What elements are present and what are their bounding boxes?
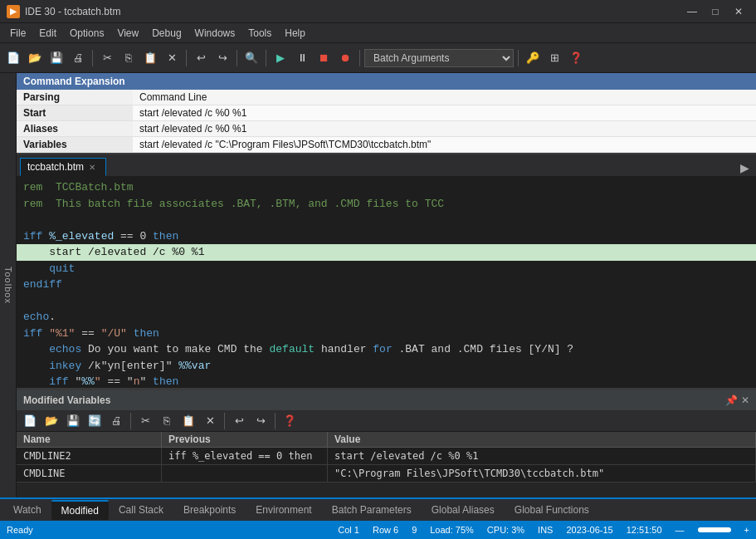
copy-button[interactable]: ⎘: [119, 48, 139, 68]
menu-tools[interactable]: Tools: [241, 24, 278, 42]
bp-open-button[interactable]: 📂: [41, 411, 61, 431]
menu-edit[interactable]: Edit: [32, 24, 63, 42]
code-line: rem This batch file associates .BAT, .BT…: [17, 196, 756, 213]
sep6: [518, 50, 519, 66]
row-value-aliases: start /elevated /c %0 %1: [133, 121, 756, 137]
close-button[interactable]: ✕: [728, 3, 749, 20]
cell-value-cmdline2: start /elevated /c %0 %1: [328, 448, 756, 464]
toolbox-sidebar[interactable]: Toolbox: [0, 73, 17, 497]
menu-windows[interactable]: Windows: [188, 24, 242, 42]
save-button[interactable]: 💾: [46, 48, 66, 68]
cut-button[interactable]: ✂: [97, 48, 117, 68]
bp-redo-button[interactable]: ↪: [251, 411, 271, 431]
code-line: rem TCCBatch.btm: [17, 179, 756, 196]
undo-button[interactable]: ↩: [191, 48, 211, 68]
table-row: CMDLINE "C:\Program Files\JPSoft\TCMD30\…: [17, 465, 756, 483]
bp-print-button[interactable]: 🖨: [106, 411, 126, 431]
bottom-panel: Modified Variables 📌 ✕ 📄 📂 💾 🔄 🖨 ✂ ⎘ 📋 ✕…: [17, 390, 756, 497]
menu-debug[interactable]: Debug: [145, 24, 188, 42]
bp-save-button[interactable]: 💾: [63, 411, 83, 431]
bp-paste-button[interactable]: 📋: [178, 411, 198, 431]
window-button[interactable]: ⊞: [544, 48, 564, 68]
paste-button[interactable]: 📋: [140, 48, 160, 68]
col-previous-header: Previous: [162, 432, 328, 447]
title-controls[interactable]: — □ ✕: [681, 3, 749, 20]
menu-options[interactable]: Options: [63, 24, 110, 42]
tab-call-stack[interactable]: Call Stack: [109, 500, 173, 520]
key-button[interactable]: 🔑: [523, 48, 543, 68]
status-zoom-plus[interactable]: +: [744, 525, 749, 535]
redo-button[interactable]: ↪: [212, 48, 232, 68]
maximize-button[interactable]: □: [705, 3, 726, 20]
bp-undo-button[interactable]: ↩: [229, 411, 249, 431]
delete-button[interactable]: ✕: [162, 48, 182, 68]
command-expansion-table: Parsing Command Line Start start /elevat…: [17, 90, 756, 153]
tab-batch-parameters[interactable]: Batch Parameters: [322, 500, 422, 520]
record-button[interactable]: ⏺: [335, 48, 355, 68]
bp-new-button[interactable]: 📄: [20, 411, 40, 431]
editor-tabs: tccbatch.btm ✕ ▶: [17, 154, 756, 176]
table-header: Name Previous Value: [17, 432, 756, 448]
tab-close-button[interactable]: ✕: [89, 163, 95, 172]
table-row: CMDLINE2 iff %_elevated == 0 then start …: [17, 448, 756, 465]
step-button[interactable]: ⏸: [292, 48, 312, 68]
editor-tab-tccbatch[interactable]: tccbatch.btm ✕: [20, 158, 106, 176]
tab-scroll-button[interactable]: ▶: [737, 159, 753, 176]
status-zoom-minus[interactable]: —: [676, 525, 685, 535]
bottom-panel-toolbar: 📄 📂 💾 🔄 🖨 ✂ ⎘ 📋 ✕ ↩ ↪ ❓: [17, 410, 756, 432]
command-expansion-header: Command Expansion: [17, 73, 756, 90]
row-value-start: start /elevated /c %0 %1: [133, 105, 756, 121]
status-load: Load: 75%: [430, 525, 474, 535]
bottom-panel-close-icon[interactable]: ✕: [741, 394, 749, 406]
content-area: Command Expansion Parsing Command Line S…: [17, 73, 756, 497]
toolbar: 📄 📂 💾 🖨 ✂ ⎘ 📋 ✕ ↩ ↪ 🔍 ▶ ⏸ ⏹ ⏺ Batch Argu…: [0, 43, 756, 73]
tab-watch[interactable]: Watch: [3, 500, 51, 520]
code-editor[interactable]: rem TCCBatch.btm rem This batch file ass…: [17, 176, 756, 390]
sep3: [237, 50, 237, 66]
tab-modified[interactable]: Modified: [51, 500, 109, 520]
tab-environment[interactable]: Environment: [246, 500, 321, 520]
table-row: Variables start /elevated /c "C:\Program…: [17, 137, 756, 153]
print-button[interactable]: 🖨: [68, 48, 88, 68]
new-file-button[interactable]: 📄: [3, 48, 23, 68]
open-file-button[interactable]: 📂: [25, 48, 45, 68]
run-button[interactable]: ▶: [271, 48, 290, 68]
bpsep1: [130, 413, 131, 429]
app-icon: ▶: [7, 5, 20, 18]
bpsep3: [275, 413, 276, 429]
tab-global-aliases[interactable]: Global Aliases: [422, 500, 505, 520]
status-time: 12:51:50: [627, 525, 662, 535]
sep5: [359, 50, 360, 66]
title-bar-left: ▶ IDE 30 - tccbatch.btm: [7, 5, 120, 18]
command-expansion-panel: Command Expansion Parsing Command Line S…: [17, 73, 756, 154]
batch-arguments-dropdown[interactable]: Batch Arguments: [364, 49, 514, 67]
variables-table: Name Previous Value CMDLINE2 iff %_eleva…: [17, 432, 756, 497]
menu-view[interactable]: View: [110, 24, 145, 42]
code-line: quit: [17, 261, 756, 277]
bp-delete-button[interactable]: ✕: [200, 411, 220, 431]
bp-copy-button[interactable]: ⎘: [157, 411, 177, 431]
help-button[interactable]: ❓: [566, 48, 586, 68]
stop-button[interactable]: ⏹: [314, 48, 334, 68]
row-label-start: Start: [17, 105, 133, 121]
minimize-button[interactable]: —: [681, 3, 703, 20]
menu-file[interactable]: File: [3, 24, 32, 42]
bp-cut-button[interactable]: ✂: [135, 411, 155, 431]
bp-help-button[interactable]: ❓: [280, 411, 300, 431]
status-ready: Ready: [7, 525, 33, 535]
tab-global-functions[interactable]: Global Functions: [505, 500, 599, 520]
menu-help[interactable]: Help: [278, 24, 312, 42]
window-title: IDE 30 - tccbatch.btm: [25, 6, 120, 17]
status-ins: INS: [538, 525, 553, 535]
code-line: [17, 293, 756, 310]
bp-refresh-button[interactable]: 🔄: [85, 411, 105, 431]
tab-breakpoints[interactable]: Breakpoints: [173, 500, 246, 520]
table-row: Aliases start /elevated /c %0 %1: [17, 121, 756, 137]
bottom-panel-pin-icon[interactable]: 📌: [725, 394, 738, 406]
find-button[interactable]: 🔍: [241, 48, 261, 68]
code-line: inkey /k"yn[enter]" %%var: [17, 358, 756, 375]
sep1: [92, 50, 93, 66]
bottom-panel-controls: 📌 ✕: [725, 394, 749, 406]
bpsep2: [224, 413, 225, 429]
row-label-variables: Variables: [17, 137, 133, 153]
